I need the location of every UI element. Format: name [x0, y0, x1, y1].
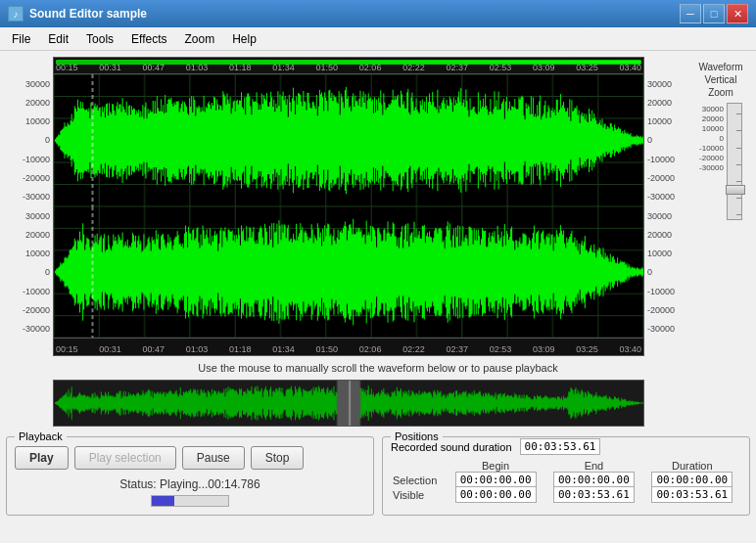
menu-zoom[interactable]: Zoom [177, 30, 223, 48]
zoom-slider[interactable] [727, 103, 742, 220]
play-button[interactable]: Play [15, 446, 69, 470]
col-begin: Begin [447, 459, 544, 473]
channel-bottom[interactable] [53, 206, 644, 339]
pause-button[interactable]: Pause [182, 446, 245, 470]
app-icon: ♪ [8, 6, 24, 22]
right-axis-top: 3000020000100000-10000-20000-30000 [644, 74, 691, 206]
row-selection-begin: 00:00:00.00 [447, 473, 544, 487]
duration-value: 00:03:53.61 [520, 438, 601, 455]
row-visible-duration: 00:03:53.61 [643, 487, 741, 502]
table-row: Selection 00:00:00.00 00:00:00.00 00:00:… [391, 473, 741, 487]
close-button[interactable]: ✕ [727, 4, 748, 23]
table-row: Visible 00:00:00.00 00:03:53.61 00:03:53… [391, 487, 741, 502]
row-selection-label: Selection [391, 473, 447, 487]
progress-bar [151, 495, 229, 507]
stop-button[interactable]: Stop [251, 446, 305, 470]
right-axis-bottom: 3000020000100000-10000-20000-30000 [644, 206, 691, 339]
play-selection-button[interactable]: Play selection [74, 446, 176, 470]
window-title: Sound Editor sample [29, 7, 147, 21]
col-end: End [544, 459, 642, 473]
status-text: Status: Playing...00:14.786 [119, 477, 260, 491]
menu-edit[interactable]: Edit [40, 30, 76, 48]
row-visible-label: Visible [391, 487, 447, 502]
playback-legend: Playback [15, 430, 67, 442]
mini-waveform[interactable] [53, 380, 644, 427]
col-duration: Duration [643, 459, 741, 473]
left-axis-bottom: 3000020000100000-10000-20000-30000 [6, 206, 53, 339]
controls-row: Playback Play Play selection Pause Stop … [6, 430, 750, 516]
title-bar: ♪ Sound Editor sample ─ □ ✕ [0, 0, 756, 27]
positions-table: Begin End Duration Selection 00:00:00.00… [391, 459, 741, 502]
row-selection-end: 00:00:00.00 [544, 473, 642, 487]
left-axis-top: 3000020000100000-10000-20000-30000 [6, 74, 53, 206]
channel-top[interactable] [53, 74, 644, 206]
menu-bar: File Edit Tools Effects Zoom Help [0, 27, 756, 51]
maximize-button[interactable]: □ [703, 4, 725, 23]
duration-label: Recorded sound duration [391, 441, 512, 453]
menu-tools[interactable]: Tools [78, 30, 121, 48]
zoom-label: WaveformVerticalZoom [698, 61, 742, 99]
playback-group: Playback Play Play selection Pause Stop … [6, 430, 374, 516]
positions-group: Positions Recorded sound duration 00:03:… [382, 430, 750, 516]
menu-file[interactable]: File [4, 30, 38, 48]
minimize-button[interactable]: ─ [680, 4, 701, 23]
hint-text: Use the mouse to manually scroll the wav… [6, 360, 750, 376]
progress-fill [152, 496, 174, 506]
timeline[interactable]: 00:15 00:31 00:47 01:03 01:18 01:34 01:5… [53, 57, 644, 74]
row-visible-end: 00:03:53.61 [544, 487, 642, 502]
row-visible-begin: 00:00:00.00 [447, 487, 544, 502]
zoom-panel: WaveformVerticalZoom 3000020000100000-10… [691, 57, 750, 356]
menu-help[interactable]: Help [224, 30, 264, 48]
row-selection-duration: 00:00:00.00 [643, 473, 741, 487]
menu-effects[interactable]: Effects [123, 30, 174, 48]
waveform-area: 3000020000100000-10000-20000-30000 30000… [6, 57, 750, 356]
